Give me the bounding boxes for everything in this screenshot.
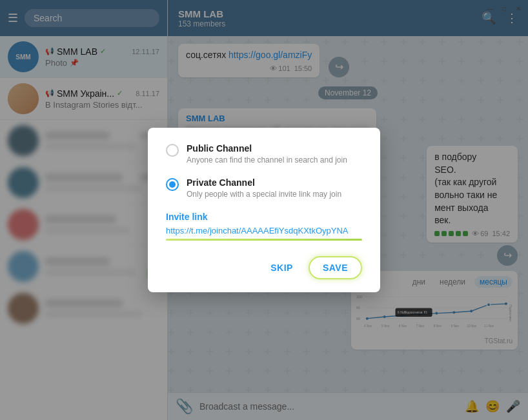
radio-selected-dot <box>169 181 176 188</box>
save-button[interactable]: SAVE <box>309 256 362 279</box>
public-channel-option[interactable]: Public Channel Anyone can find the chann… <box>166 143 362 166</box>
private-channel-desc: Only people with a special invite link m… <box>187 189 341 200</box>
invite-section: Invite link https://t.me/joinchat/AAAAAE… <box>166 212 362 241</box>
public-channel-radio[interactable] <box>166 144 179 157</box>
public-channel-desc: Anyone can find the channel in search an… <box>187 155 347 166</box>
channel-type-dialog: Public Channel Anyone can find the chann… <box>148 128 380 292</box>
private-channel-label: Private Channel <box>187 177 341 188</box>
invite-label: Invite link <box>166 212 362 222</box>
modal-overlay: Public Channel Anyone can find the chann… <box>0 0 528 420</box>
invite-link-container: https://t.me/joinchat/AAAAAEfiYsdqKXtkOy… <box>166 225 362 241</box>
invite-link-text[interactable]: https://t.me/joinchat/AAAAAEfiYsdqKXtkOy… <box>166 225 362 237</box>
dialog-actions: SKIP SAVE <box>166 256 362 279</box>
private-channel-radio[interactable] <box>166 178 179 191</box>
invite-underline <box>166 239 362 241</box>
public-channel-label: Public Channel <box>187 143 347 154</box>
skip-button[interactable]: SKIP <box>265 259 298 277</box>
private-channel-option[interactable]: Private Channel Only people with a speci… <box>166 177 362 200</box>
